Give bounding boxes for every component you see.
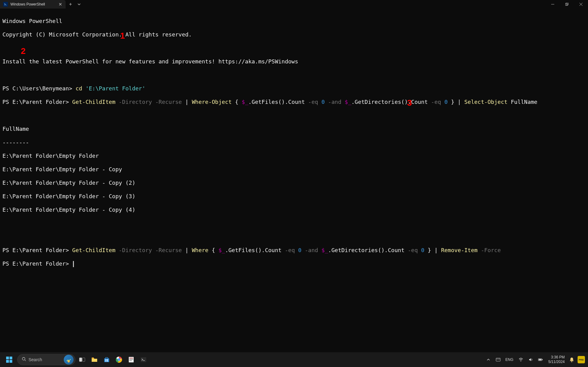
task-view-button[interactable] xyxy=(76,354,88,366)
cursor xyxy=(73,261,74,267)
svg-rect-8 xyxy=(10,360,12,363)
svg-rect-1 xyxy=(565,3,567,6)
tray-overflow-button[interactable] xyxy=(484,354,493,366)
svg-rect-34 xyxy=(499,359,500,359)
output-row: E:\Parent Folder\Empty Folder - Copy xyxy=(2,166,586,173)
svg-point-39 xyxy=(571,361,572,362)
powershell-icon xyxy=(3,2,8,7)
svg-rect-19 xyxy=(105,361,106,361)
search-highlight-icon[interactable] xyxy=(64,355,74,365)
preview-badge[interactable]: PRE xyxy=(578,356,585,363)
battery-icon[interactable] xyxy=(536,354,545,366)
chrome-button[interactable] xyxy=(113,354,125,366)
clock-date: 5/11/2024 xyxy=(548,360,565,364)
tray-app-icon[interactable] xyxy=(494,354,502,366)
svg-point-35 xyxy=(520,361,521,361)
svg-point-9 xyxy=(22,358,25,360)
taskbar: Search ENG xyxy=(0,352,588,367)
svg-rect-16 xyxy=(105,358,108,359)
search-icon xyxy=(22,357,26,362)
prompt-line-1: PS C:\Users\Benymean> cd 'E:\Parent Fold… xyxy=(2,85,586,92)
close-button[interactable] xyxy=(574,0,588,9)
prompt-line-3: PS E:\Parent Folder> Get-ChildItem -Dire… xyxy=(2,247,586,254)
microsoft-store-button[interactable] xyxy=(101,354,113,366)
search-placeholder: Search xyxy=(29,357,42,362)
svg-rect-17 xyxy=(105,359,106,360)
svg-rect-33 xyxy=(498,359,498,359)
svg-point-11 xyxy=(67,360,70,362)
start-button[interactable] xyxy=(3,354,15,366)
svg-rect-26 xyxy=(129,358,133,358)
pinned-app-button[interactable] xyxy=(125,354,137,366)
svg-rect-31 xyxy=(496,358,500,361)
window-controls xyxy=(546,0,588,9)
svg-rect-27 xyxy=(129,359,133,360)
svg-rect-6 xyxy=(10,357,12,359)
output-row: E:\Parent Folder\Empty Folder xyxy=(2,153,586,159)
minimize-button[interactable] xyxy=(546,0,560,9)
svg-rect-29 xyxy=(141,357,146,362)
titlebar: Windows PowerShell ✕ + xyxy=(0,0,588,9)
svg-rect-38 xyxy=(539,359,541,360)
svg-line-10 xyxy=(25,360,26,361)
file-explorer-button[interactable] xyxy=(88,354,101,366)
svg-rect-20 xyxy=(107,361,108,361)
prompt-line-4: PS E:\Parent Folder> xyxy=(2,260,586,267)
output-divider: -------- xyxy=(2,139,586,146)
svg-rect-13 xyxy=(82,358,85,361)
banner-line: Windows PowerShell xyxy=(2,18,586,25)
svg-point-24 xyxy=(118,359,120,361)
output-row: E:\Parent Folder\Empty Folder - Copy (4) xyxy=(2,206,586,213)
svg-rect-14 xyxy=(92,358,94,359)
output-row: E:\Parent Folder\Empty Folder - Copy (2) xyxy=(2,180,586,186)
clock-time: 3:36 PM xyxy=(551,355,565,360)
tab-dropdown-button[interactable] xyxy=(75,0,83,9)
language-indicator[interactable]: ENG xyxy=(504,354,515,366)
notification-bell-icon[interactable] xyxy=(568,354,575,366)
maximize-button[interactable] xyxy=(560,0,574,9)
output-header: FullName xyxy=(2,126,586,132)
tab-powershell[interactable]: Windows PowerShell ✕ xyxy=(0,0,66,9)
new-tab-button[interactable]: + xyxy=(66,0,75,9)
svg-rect-5 xyxy=(6,357,9,359)
svg-rect-28 xyxy=(129,360,132,361)
terminal-area[interactable]: Windows PowerShell Copyright (C) Microso… xyxy=(0,9,588,352)
tab-close-button[interactable]: ✕ xyxy=(58,2,63,7)
tab-title: Windows PowerShell xyxy=(10,2,58,6)
volume-icon[interactable] xyxy=(526,354,535,366)
banner-line: Install the latest PowerShell for new fe… xyxy=(2,58,586,65)
terminal-app-button[interactable] xyxy=(137,354,150,366)
svg-rect-12 xyxy=(79,358,82,361)
svg-rect-15 xyxy=(104,358,109,362)
output-row: E:\Parent Folder\Empty Folder - Copy (3) xyxy=(2,193,586,200)
svg-rect-7 xyxy=(6,360,9,363)
wifi-icon[interactable] xyxy=(517,354,525,366)
clock[interactable]: 3:36 PM 5/11/2024 xyxy=(546,355,567,364)
prompt-line-2: PS E:\Parent Folder> Get-ChildItem -Dire… xyxy=(2,99,586,105)
banner-line: Copyright (C) Microsoft Corporation. All… xyxy=(2,31,586,38)
system-tray: ENG 3:36 PM 5/11/2024 PRE xyxy=(484,354,585,366)
svg-rect-32 xyxy=(497,359,497,359)
svg-rect-2 xyxy=(566,3,568,5)
svg-rect-37 xyxy=(542,359,543,360)
svg-rect-18 xyxy=(107,359,108,360)
